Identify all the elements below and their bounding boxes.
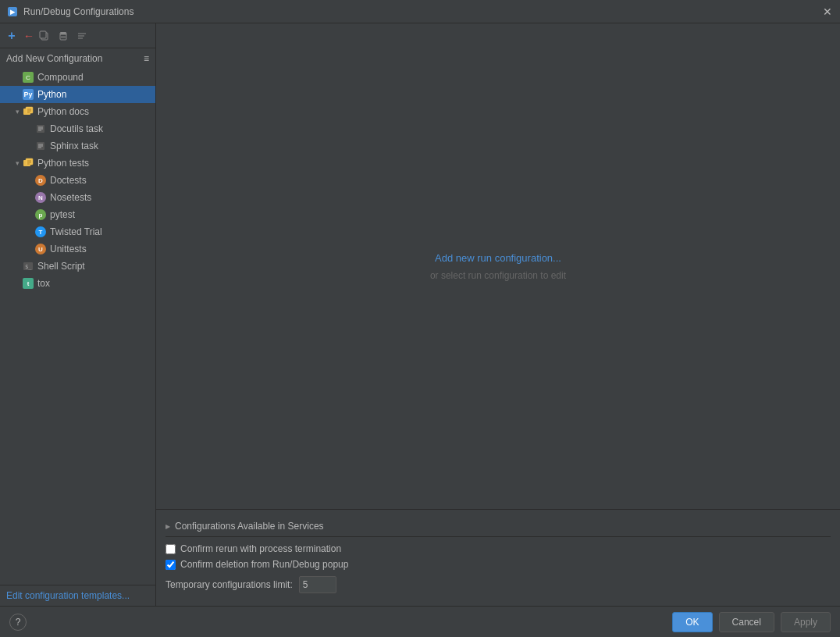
unittests-label: Unittests <box>50 244 87 254</box>
shell-expand <box>12 262 22 271</box>
doctests-label: Doctests <box>50 175 87 186</box>
unittests-expand <box>25 244 34 254</box>
docutils-icon <box>34 123 47 135</box>
right-panel: Add new run configuration... or select r… <box>156 23 840 606</box>
temp-config-label: Temporary configurations limit: <box>166 579 293 590</box>
python-docs-expand: ▾ <box>12 107 22 116</box>
tree-item-pytest[interactable]: p pytest <box>0 206 155 223</box>
compound-label: Compound <box>37 72 84 83</box>
tree-item-docutils[interactable]: Docutils task <box>0 120 155 137</box>
app-icon: ▶ <box>6 5 19 18</box>
add-config-link[interactable]: Add new run configuration... <box>435 252 561 264</box>
compound-icon: C <box>22 71 34 84</box>
add-new-label: Add New Configuration <box>6 53 102 64</box>
title-bar: ▶ Run/Debug Configurations ✕ <box>0 0 840 23</box>
python-tests-expand: ▾ <box>12 158 22 168</box>
pytest-expand <box>25 210 34 219</box>
nosetests-expand <box>25 193 34 202</box>
tree-item-unittests[interactable]: U Unittests <box>0 240 155 258</box>
twisted-label: Twisted Trial <box>50 226 102 237</box>
or-select-text: or select run configuration to edit <box>430 270 566 281</box>
edit-templates-link[interactable]: Edit configuration templates... <box>6 590 130 601</box>
checkbox-row-1: Confirm rerun with process termination <box>166 543 831 554</box>
configurations-arrow: ▶ <box>166 523 170 530</box>
python-docs-icon <box>22 105 34 118</box>
shell-label: Shell Script <box>37 261 85 272</box>
twisted-icon: T <box>34 226 47 238</box>
compound-expand <box>12 73 22 82</box>
close-button[interactable]: ✕ <box>821 5 834 18</box>
doctests-icon: D <box>34 174 47 187</box>
delete-config-button[interactable] <box>55 27 72 44</box>
shell-icon: $_ <box>22 260 34 272</box>
main-content: + ← <box>0 23 840 606</box>
run-debug-dialog: ▶ Run/Debug Configurations ✕ + ← <box>0 0 840 637</box>
temp-config-input[interactable] <box>299 576 336 593</box>
left-panel: + ← <box>0 23 156 606</box>
nosetests-icon: N <box>34 191 47 204</box>
svg-rect-3 <box>40 31 46 38</box>
python-docs-label: Python docs <box>37 106 89 117</box>
pytest-label: pytest <box>50 209 75 220</box>
add-config-button[interactable]: + <box>3 27 20 44</box>
tree-item-doctests[interactable]: D Doctests <box>0 172 155 189</box>
sort-config-button[interactable] <box>73 27 91 44</box>
expand-icon[interactable]: ≡ <box>144 53 149 64</box>
apply-button[interactable]: Apply <box>781 612 831 632</box>
footer-left: ? <box>9 614 666 631</box>
tree-item-shell[interactable]: $_ Shell Script <box>0 258 155 275</box>
python-expand <box>12 90 22 99</box>
dialog-footer: ? OK Cancel Apply <box>0 606 840 637</box>
unittests-icon: U <box>34 243 47 255</box>
checkbox-rerun[interactable] <box>166 544 176 554</box>
tree-item-nosetests[interactable]: N Nosetests <box>0 189 155 206</box>
left-toolbar: + ← <box>0 23 155 48</box>
tox-icon: t <box>22 277 34 290</box>
svg-text:▶: ▶ <box>10 9 16 16</box>
python-label: Python <box>37 89 66 100</box>
copy-config-button[interactable] <box>36 27 53 44</box>
svg-rect-4 <box>60 32 66 34</box>
add-new-section: Add New Configuration ≡ <box>0 48 155 69</box>
tox-label: tox <box>37 278 50 289</box>
python-tests-icon <box>22 157 34 169</box>
tree-item-python[interactable]: Py Python ← <box>0 86 155 103</box>
twisted-expand <box>25 227 34 237</box>
tree-item-python-docs[interactable]: ▾ Python docs <box>0 103 155 120</box>
tree-item-tox[interactable]: t tox <box>0 275 155 292</box>
svg-text:$_: $_ <box>25 264 32 270</box>
pytest-icon: p <box>34 208 47 221</box>
nosetests-label: Nosetests <box>50 192 91 203</box>
help-button[interactable]: ? <box>9 614 27 631</box>
ok-button[interactable]: OK <box>672 612 712 632</box>
left-footer: Edit configuration templates... <box>0 585 155 606</box>
tree-container: C Compound Py Python ← ▾ <box>0 69 155 585</box>
checkbox-deletion[interactable] <box>166 560 176 570</box>
temp-config-row: Temporary configurations limit: <box>166 576 831 593</box>
tree-item-python-tests[interactable]: ▾ Python tests <box>0 155 155 172</box>
bottom-panel: ▶ Configurations Available in Services C… <box>156 509 840 606</box>
docutils-label: Docutils task <box>50 123 103 134</box>
tree-item-compound[interactable]: C Compound <box>0 69 155 86</box>
doctests-expand <box>25 176 34 185</box>
configurations-section[interactable]: ▶ Configurations Available in Services <box>166 516 831 537</box>
checkbox-deletion-label: Confirm deletion from Run/Debug popup <box>180 559 348 570</box>
window-title: Run/Debug Configurations <box>23 6 821 17</box>
sphinx-label: Sphinx task <box>50 141 98 151</box>
tree-item-twisted[interactable]: T Twisted Trial <box>0 223 155 240</box>
python-icon: Py <box>22 88 34 101</box>
cancel-button[interactable]: Cancel <box>719 612 774 632</box>
tree-item-sphinx[interactable]: Sphinx task <box>0 137 155 155</box>
configurations-label: Configurations Available in Services <box>175 521 324 532</box>
sphinx-icon <box>34 140 47 152</box>
checkbox-rerun-label: Confirm rerun with process termination <box>180 543 341 554</box>
docutils-expand <box>25 124 34 133</box>
checkbox-row-2: Confirm deletion from Run/Debug popup <box>166 559 831 570</box>
python-tests-label: Python tests <box>37 158 89 169</box>
right-main: Add new run configuration... or select r… <box>156 23 840 509</box>
tox-expand <box>12 279 22 288</box>
sphinx-expand <box>25 141 34 151</box>
